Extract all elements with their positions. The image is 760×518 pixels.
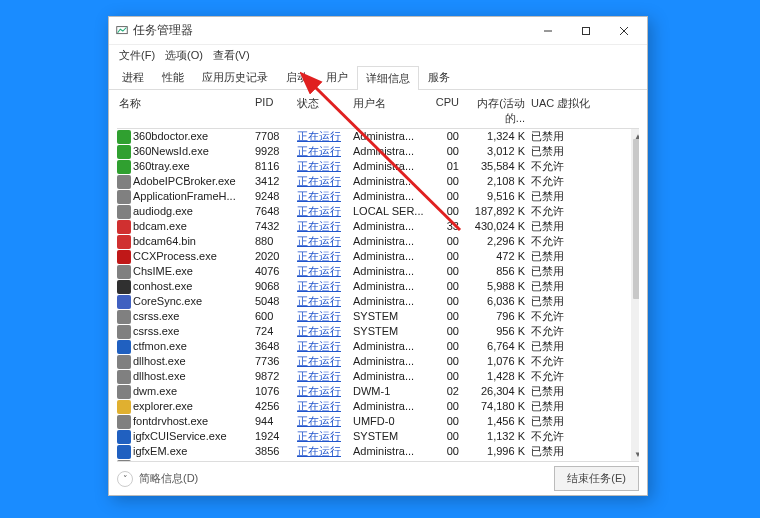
tab-3[interactable]: 启动: [277, 65, 317, 89]
col-name[interactable]: 名称: [117, 96, 255, 126]
maximize-button[interactable]: [567, 19, 605, 43]
process-user: SYSTEM: [353, 324, 429, 339]
table-row[interactable]: ApplicationFrameH...9248正在运行Administra..…: [117, 189, 639, 204]
process-pid: 9928: [255, 144, 297, 159]
tab-2[interactable]: 应用历史记录: [193, 65, 277, 89]
process-status: 正在运行: [297, 444, 353, 459]
scroll-down-icon[interactable]: ▼: [631, 447, 639, 461]
process-user: Administra...: [353, 444, 429, 459]
tab-strip: 进程性能应用历史记录启动用户详细信息服务: [109, 65, 647, 90]
process-cpu: 00: [429, 399, 465, 414]
process-memory: 26,304 K: [465, 384, 531, 399]
process-uac: 已禁用: [531, 294, 639, 309]
process-name: ChsIME.exe: [133, 264, 193, 279]
process-pid: 7432: [255, 219, 297, 234]
process-name: conhost.exe: [133, 279, 192, 294]
process-status: 正在运行: [297, 129, 353, 144]
process-cpu: 00: [429, 309, 465, 324]
process-user: Administra...: [353, 369, 429, 384]
process-name: dllhost.exe: [133, 354, 186, 369]
process-icon: [117, 430, 131, 444]
scroll-thumb[interactable]: [633, 139, 639, 299]
table-row[interactable]: bdcam.exe7432正在运行Administra...33430,024 …: [117, 219, 639, 234]
process-status: 正在运行: [297, 354, 353, 369]
table-row[interactable]: dllhost.exe9872正在运行Administra...001,428 …: [117, 369, 639, 384]
column-headers[interactable]: 名称 PID 状态 用户名 CPU 内存(活动的... UAC 虚拟化: [117, 94, 639, 129]
process-status: 正在运行: [297, 279, 353, 294]
process-user: Administra...: [353, 279, 429, 294]
process-status: 正在运行: [297, 189, 353, 204]
tab-6[interactable]: 服务: [419, 65, 459, 89]
table-row[interactable]: 360bdoctor.exe7708正在运行Administra...001,3…: [117, 129, 639, 144]
process-uac: 已禁用: [531, 189, 639, 204]
table-row[interactable]: CCXProcess.exe2020正在运行Administra...00472…: [117, 249, 639, 264]
tab-0[interactable]: 进程: [113, 65, 153, 89]
process-list[interactable]: 360bdoctor.exe7708正在运行Administra...001,3…: [117, 129, 639, 461]
process-pid: 3648: [255, 339, 297, 354]
tab-1[interactable]: 性能: [153, 65, 193, 89]
table-row[interactable]: igfxCUIService.exe1924正在运行SYSTEM001,132 …: [117, 429, 639, 444]
process-pid: 3856: [255, 444, 297, 459]
menu-options[interactable]: 选项(O): [161, 47, 207, 64]
col-pid[interactable]: PID: [255, 96, 297, 126]
table-row[interactable]: fontdrvhost.exe944正在运行UMFD-0001,456 K已禁用: [117, 414, 639, 429]
process-cpu: 00: [429, 459, 465, 461]
table-row[interactable]: bdcam64.bin880正在运行Administra...002,296 K…: [117, 234, 639, 249]
table-row[interactable]: explorer.exe4256正在运行Administra...0074,18…: [117, 399, 639, 414]
process-cpu: 33: [429, 219, 465, 234]
col-uac[interactable]: UAC 虚拟化: [531, 96, 639, 126]
process-cpu: 00: [429, 264, 465, 279]
table-row[interactable]: csrss.exe724正在运行SYSTEM00956 K不允许: [117, 324, 639, 339]
process-memory: 472 K: [465, 249, 531, 264]
end-task-button[interactable]: 结束任务(E): [554, 466, 639, 491]
process-memory: 1,076 K: [465, 354, 531, 369]
process-uac: 已禁用: [531, 399, 639, 414]
process-user: Administra...: [353, 294, 429, 309]
process-user: Administra...: [353, 219, 429, 234]
close-button[interactable]: [605, 19, 643, 43]
menu-view[interactable]: 查看(V): [209, 47, 254, 64]
table-row[interactable]: conhost.exe9068正在运行Administra...005,988 …: [117, 279, 639, 294]
process-name: csrss.exe: [133, 324, 179, 339]
col-cpu[interactable]: CPU: [429, 96, 465, 126]
process-pid: 7736: [255, 354, 297, 369]
tab-4[interactable]: 用户: [317, 65, 357, 89]
table-row[interactable]: CoreSync.exe5048正在运行Administra...006,036…: [117, 294, 639, 309]
tab-5[interactable]: 详细信息: [357, 66, 419, 90]
col-memory[interactable]: 内存(活动的...: [465, 96, 531, 126]
table-row[interactable]: igfxEM.exe3856正在运行Administra...001,996 K…: [117, 444, 639, 459]
table-row[interactable]: lsass.exe792正在运行SYSTEM005,100 K不允许: [117, 459, 639, 461]
table-row[interactable]: ctfmon.exe3648正在运行Administra...006,764 K…: [117, 339, 639, 354]
col-user[interactable]: 用户名: [353, 96, 429, 126]
process-name: dllhost.exe: [133, 369, 186, 384]
table-row[interactable]: AdobeIPCBroker.exe3412正在运行Administra...0…: [117, 174, 639, 189]
table-row[interactable]: audiodg.exe7648正在运行LOCAL SER...00187,892…: [117, 204, 639, 219]
process-memory: 35,584 K: [465, 159, 531, 174]
process-icon: [117, 130, 131, 144]
process-uac: 已禁用: [531, 129, 639, 144]
minimize-button[interactable]: [529, 19, 567, 43]
process-uac: 不允许: [531, 234, 639, 249]
process-memory: 1,996 K: [465, 444, 531, 459]
fewer-details[interactable]: ˅ 简略信息(D): [117, 471, 198, 487]
task-manager-window: 任务管理器 文件(F) 选项(O) 查看(V) 进程性能应用历史记录启动用户详细…: [108, 16, 648, 496]
process-user: SYSTEM: [353, 459, 429, 461]
process-status: 正在运行: [297, 339, 353, 354]
table-row[interactable]: csrss.exe600正在运行SYSTEM00796 K不允许: [117, 309, 639, 324]
table-row[interactable]: 360tray.exe8116正在运行Administra...0135,584…: [117, 159, 639, 174]
process-pid: 944: [255, 414, 297, 429]
process-memory: 2,108 K: [465, 174, 531, 189]
table-row[interactable]: dwm.exe1076正在运行DWM-10226,304 K已禁用: [117, 384, 639, 399]
process-name: csrss.exe: [133, 309, 179, 324]
menu-bar: 文件(F) 选项(O) 查看(V): [109, 45, 647, 65]
table-row[interactable]: 360NewsId.exe9928正在运行Administra...003,01…: [117, 144, 639, 159]
menu-file[interactable]: 文件(F): [115, 47, 159, 64]
table-row[interactable]: ChsIME.exe4076正在运行Administra...00856 K已禁…: [117, 264, 639, 279]
process-memory: 9,516 K: [465, 189, 531, 204]
scrollbar[interactable]: ▲ ▼: [631, 129, 639, 461]
process-cpu: 00: [429, 369, 465, 384]
process-memory: 856 K: [465, 264, 531, 279]
col-status[interactable]: 状态: [297, 96, 353, 126]
table-row[interactable]: dllhost.exe7736正在运行Administra...001,076 …: [117, 354, 639, 369]
process-icon: [117, 295, 131, 309]
